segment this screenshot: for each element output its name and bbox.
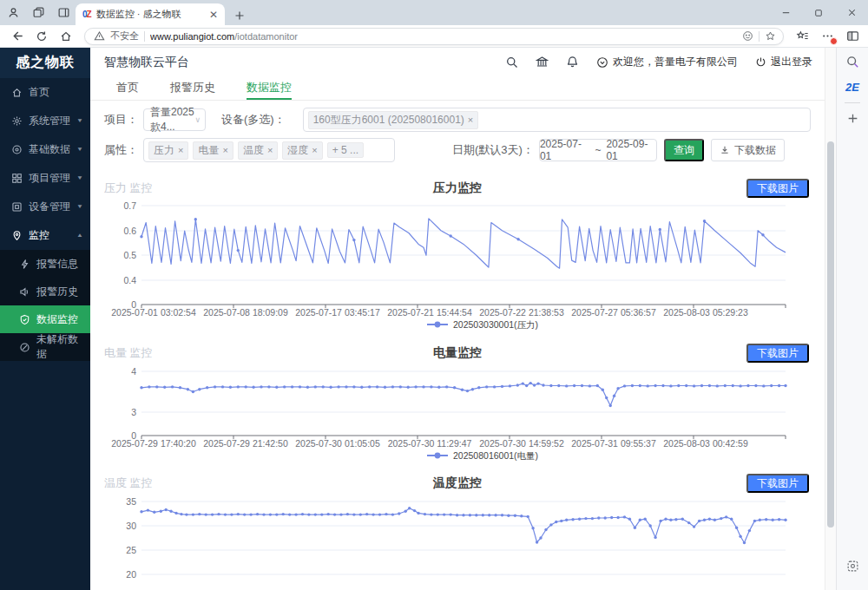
browser-tab[interactable]: 0Z 数据监控 · 感之物联 ✕ bbox=[76, 3, 225, 25]
remove-tag-icon[interactable]: × bbox=[312, 145, 317, 155]
logout-button[interactable]: 退出登录 bbox=[755, 55, 812, 69]
browser-toolbar: 不安全 www.puliangiot.com/iotdatamonitor bbox=[0, 25, 868, 48]
security-label[interactable]: 不安全 bbox=[110, 30, 139, 43]
slash-icon bbox=[19, 342, 30, 353]
svg-text:35: 35 bbox=[126, 496, 136, 507]
tab-close-icon[interactable]: ✕ bbox=[209, 10, 218, 20]
attribute-tag: 压力× bbox=[148, 141, 188, 160]
svg-text:2025-07-29 21:42:50: 2025-07-29 21:42:50 bbox=[203, 438, 288, 449]
bell-icon[interactable] bbox=[566, 56, 579, 69]
browser-profile-pane-icon[interactable] bbox=[846, 30, 859, 43]
svg-text:2025-08-03 00:42:59: 2025-08-03 00:42:59 bbox=[663, 438, 748, 449]
favorites-bar-icon[interactable] bbox=[796, 30, 809, 43]
address-bar[interactable]: 不安全 www.puliangiot.com/iotdatamonitor bbox=[84, 28, 784, 45]
chevron-down-icon: ▼ bbox=[76, 147, 83, 153]
download-image-button[interactable]: 下载图片 bbox=[746, 344, 809, 363]
attribute-more-tag[interactable]: + 5 ... bbox=[327, 142, 364, 158]
back-icon[interactable] bbox=[10, 30, 23, 43]
svg-text:202503030001(压力): 202503030001(压力) bbox=[453, 319, 538, 330]
profile-icon[interactable] bbox=[7, 6, 20, 19]
new-tab-icon[interactable] bbox=[233, 10, 246, 22]
sidebar-subitem-alarm-info[interactable]: 报警信息 bbox=[0, 250, 90, 278]
svg-text:2025-07-22 21:38:53: 2025-07-22 21:38:53 bbox=[479, 307, 564, 318]
extension-icon[interactable]: 2E bbox=[845, 81, 859, 94]
device-multiselect[interactable]: 160型压力6001 (202508016001)× bbox=[303, 108, 811, 132]
sidebar-subitem-label: 数据监控 bbox=[36, 312, 78, 327]
remove-tag-icon[interactable]: × bbox=[468, 115, 473, 125]
sidebar-subitem-unparsed-data[interactable]: 未解析数据 bbox=[0, 333, 90, 361]
sidebar-item-system-mgmt[interactable]: 系统管理▼ bbox=[0, 107, 90, 135]
refresh-icon[interactable] bbox=[36, 30, 48, 43]
page-scrollbar[interactable] bbox=[825, 48, 836, 590]
window-maximize-icon[interactable] bbox=[802, 0, 835, 25]
chart-section-0: 压力 监控 压力监控 下载图片 0.70.60.50.402025-07-01 … bbox=[90, 177, 825, 331]
browser-home-icon[interactable] bbox=[60, 30, 72, 43]
query-button[interactable]: 查询 bbox=[664, 139, 704, 161]
home-icon bbox=[11, 87, 23, 98]
chevron-down-icon: ▼ bbox=[76, 118, 83, 124]
sidebar-item-label: 项目管理 bbox=[29, 171, 70, 186]
attribute-label: 属性： bbox=[104, 142, 138, 158]
sidebar-item-base-data[interactable]: 基础数据▼ bbox=[0, 135, 90, 164]
window-minimize-icon[interactable] bbox=[769, 0, 802, 25]
sidebar-search-icon[interactable] bbox=[845, 55, 859, 69]
workspaces-icon[interactable] bbox=[32, 6, 45, 19]
date-label: 日期(默认3天)： bbox=[452, 142, 534, 158]
sidebar-subitem-data-monitor[interactable]: 数据监控 bbox=[0, 305, 90, 333]
browser-menu-icon[interactable] bbox=[821, 30, 834, 43]
sidebar-item-device-mgmt[interactable]: 设备管理▼ bbox=[0, 193, 90, 221]
chevron-down-icon: ▼ bbox=[76, 204, 83, 210]
window-close-icon[interactable] bbox=[835, 0, 868, 25]
charts-area: 压力 监控 压力监控 下载图片 0.70.60.50.402025-07-01 … bbox=[90, 174, 825, 590]
section-label: 电量 监控 bbox=[104, 345, 153, 361]
urlbar-divider bbox=[759, 31, 760, 42]
tab-actions-icon[interactable] bbox=[57, 6, 70, 19]
remove-tag-icon[interactable]: × bbox=[178, 145, 183, 155]
grid-icon bbox=[11, 173, 23, 184]
download-data-button[interactable]: 下载数据 bbox=[711, 139, 785, 161]
organization-icon[interactable] bbox=[536, 56, 549, 69]
attribute-tag: 电量× bbox=[193, 141, 233, 160]
attribute-tag: 温度× bbox=[238, 141, 278, 160]
svg-text:2025-07-17 03:45:17: 2025-07-17 03:45:17 bbox=[295, 307, 380, 318]
sidebar-subitem-alarm-history[interactable]: 报警历史 bbox=[0, 278, 90, 305]
reaction-icon[interactable] bbox=[742, 30, 753, 42]
page-tab-0[interactable]: 首页 bbox=[116, 76, 139, 100]
sidebar-add-icon[interactable] bbox=[846, 112, 859, 125]
chart-canvas-2: 35302520 bbox=[90, 495, 825, 582]
platform-title: 智慧物联云平台 bbox=[104, 55, 189, 70]
page-tab-1[interactable]: 报警历史 bbox=[170, 76, 215, 100]
page-tab-2[interactable]: 数据监控 bbox=[247, 76, 292, 100]
search-icon[interactable] bbox=[505, 56, 518, 69]
sidebar-item-monitor[interactable]: 监控▲ bbox=[0, 221, 90, 250]
notification-badge bbox=[830, 37, 838, 45]
app-sidebar: 感之物联 首页系统管理▼基础数据▼项目管理▼设备管理▼监控▲ 报警信息报警历史数… bbox=[0, 48, 90, 590]
download-image-button[interactable]: 下载图片 bbox=[746, 179, 809, 198]
filter-panel: 项目： 普量2025款4...∨ 设备(多选)： 160型压力6001 (202… bbox=[90, 101, 825, 174]
download-image-button[interactable]: 下载图片 bbox=[746, 474, 809, 493]
speaker-icon bbox=[19, 286, 30, 298]
chevron-down-icon: ∨ bbox=[194, 115, 201, 124]
welcome-text[interactable]: 欢迎您，普量电子有限公司 bbox=[596, 55, 738, 69]
favorite-star-icon[interactable] bbox=[765, 30, 776, 42]
remove-tag-icon[interactable]: × bbox=[222, 145, 227, 155]
attribute-multiselect[interactable]: 压力×电量×温度×湿度×+ 5 ... bbox=[143, 138, 395, 162]
url-text[interactable]: www.puliangiot.com/iotdatamonitor bbox=[150, 31, 737, 42]
project-select[interactable]: 普量2025款4...∨ bbox=[143, 108, 206, 131]
sidebar-item-project-mgmt[interactable]: 项目管理▼ bbox=[0, 164, 90, 193]
shield-icon bbox=[19, 314, 30, 325]
chart-canvas-0: 0.70.60.50.402025-07-01 03:02:542025-07-… bbox=[90, 200, 825, 331]
pin-icon bbox=[11, 230, 23, 241]
download-icon bbox=[720, 145, 730, 155]
svg-text:202508016001(电量): 202508016001(电量) bbox=[453, 450, 538, 461]
sidebar-item-home[interactable]: 首页 bbox=[0, 78, 90, 107]
sidebar-settings-icon[interactable] bbox=[846, 560, 859, 573]
scrollbar-thumb[interactable] bbox=[827, 141, 834, 528]
chart-title: 电量监控 bbox=[90, 345, 825, 361]
logout-icon bbox=[755, 56, 766, 68]
svg-text:2025-07-21 15:44:54: 2025-07-21 15:44:54 bbox=[387, 307, 472, 318]
urlbar-divider bbox=[144, 31, 145, 42]
date-range-input[interactable]: 2025-07-01~2025-09-01 bbox=[539, 139, 657, 161]
remove-tag-icon[interactable]: × bbox=[267, 145, 273, 155]
section-label: 压力 监控 bbox=[104, 180, 153, 196]
